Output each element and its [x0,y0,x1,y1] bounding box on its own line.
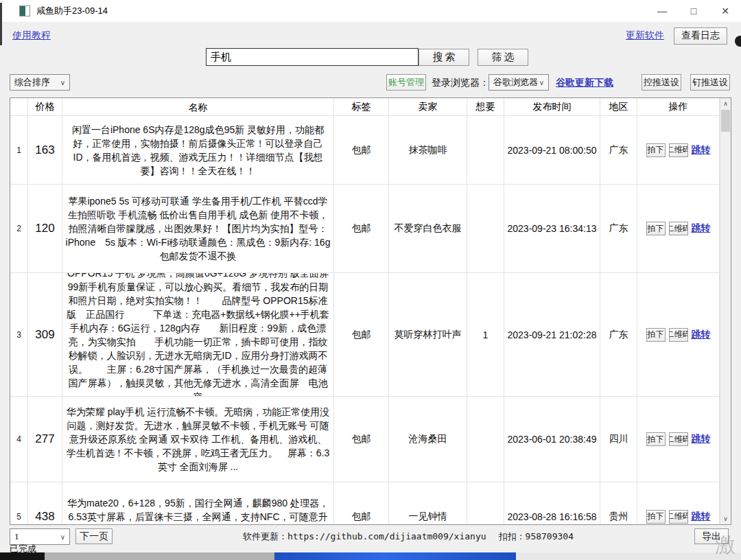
push-setting-button-2[interactable]: 钉推送设 [690,74,730,91]
buy-button[interactable]: 拍下 [646,328,666,342]
buy-button[interactable]: 拍下 [646,143,666,157]
qrcode-button[interactable]: 二维码 [669,328,688,342]
name-cell: 华为荣耀 play手机 运行流畅不卡顿。无暗病，功能正常使用没问题，测好发货。无… [62,397,334,482]
price-cell: 163 [28,116,62,184]
scroll-down-icon[interactable]: ∨ [720,513,731,524]
export-button[interactable]: 导出 [694,528,729,544]
action-cell: 拍下 二维码 跳转 [637,397,720,482]
table-row: 4 277 华为荣耀 play手机 运行流畅不卡顿。无暗病，功能正常使用没问题，… [10,397,720,482]
scroll-up-icon[interactable]: ∧ [720,98,731,109]
chevron-down-icon: ∨ [60,79,65,86]
region-cell: 广东 [600,116,637,184]
software-update-text: 软件更新：https://github.com/dijiaatm009/xian… [243,531,486,541]
jump-link[interactable]: 跳转 [692,511,711,523]
price-cell: 438 [28,482,62,524]
links-row: 使用教程 更新软件 查看日志 [12,26,727,45]
qrcode-button[interactable]: 二维码 [669,510,688,524]
action-cell: 拍下 二维码 跳转 [637,273,720,396]
header-tag: 标签 [334,98,389,115]
search-button[interactable]: 搜索 [419,49,469,66]
jump-link[interactable]: 跳转 [692,222,711,235]
seller-cell: 莫听穿林打叶声 [389,273,467,396]
tag-cell: 包邮 [334,482,389,524]
price-cell: 309 [28,273,62,396]
header-name: 名称 [62,98,334,115]
action-cell: 拍下 二维码 跳转 [637,185,720,272]
region-cell: 四川 [600,397,637,482]
seller-cell: 沧海桑田 [389,397,467,482]
seller-cell: 一见钟情 [389,482,467,524]
app-icon [19,5,30,16]
time-cell: 2023-09-21 21:02:28 [504,273,600,396]
name-cell: OPPOR15 手机 梦境黑，高颜值6G+128G 梦境特别 版全面屏 99新手… [62,273,334,396]
table-row: 5 438 华为mate20，6+128，95新，国行全网通，麒麟980 处理器… [10,482,720,524]
want-cell [467,397,504,482]
account-manage-button[interactable]: 账号管理 [386,74,426,91]
buy-button[interactable]: 拍下 [646,510,666,524]
time-cell: 2023-06-01 20:38:49 [504,397,600,482]
time-cell: 2023-09-21 08:00:50 [504,116,600,184]
tutorial-link[interactable]: 使用教程 [12,30,51,42]
want-cell: 1 [467,273,504,396]
buy-button[interactable]: 拍下 [646,222,666,235]
table-row: 2 120 苹果ipone5 5s 可移动可联通 学生备用手机/工作机 平替cc… [10,185,720,273]
taskbar-segment-gray [45,552,274,560]
qrcode-button[interactable]: 二维码 [669,143,688,157]
qrcode-button[interactable]: 二维码 [669,222,688,235]
tag-cell: 包邮 [334,116,389,184]
browser-label: 登录浏览器： [432,77,489,89]
qrcode-button[interactable]: 二维码 [669,432,688,446]
row-index: 5 [10,482,28,524]
sort-select-value: 综合排序 [14,76,50,89]
time-cell: 2023-09-23 16:34:13 [504,185,600,272]
name-cell: 华为mate20，6+128，95新，国行全网通，麒麟980 处理器，6.53英… [62,482,334,524]
header-index [10,98,28,115]
results-grid: 价格 名称 标签 卖家 想要 发布时间 地区 操作 1 163 闲置一台iPho… [10,98,720,524]
vertical-scrollbar[interactable]: ∧ ∨ [720,98,731,524]
page-select-value: 1 [14,531,19,542]
tag-cell: 包邮 [334,273,389,396]
want-cell [467,482,504,524]
results-table: 价格 名称 标签 卖家 想要 发布时间 地区 操作 1 163 闲置一台iPho… [10,97,731,525]
header-time: 发布时间 [504,98,600,115]
scrollbar-thumb[interactable] [721,110,730,132]
table-header-row: 价格 名称 标签 卖家 想要 发布时间 地区 操作 [10,98,720,116]
next-page-button[interactable]: 下一页 [75,528,113,544]
qq-text: 扣扣：958709304 [499,531,574,541]
toolbar-row: 综合排序 ∨ 账号管理 登录浏览器： 谷歌浏览器 ∨ 谷歌更新下载 控推送设 钉… [0,74,741,92]
browser-select[interactable]: 谷歌浏览器 ∨ [489,74,549,91]
price-cell: 277 [28,397,62,482]
view-log-button[interactable]: 查看日志 [674,27,727,45]
search-row: 搜索 筛选 [0,48,741,67]
action-cell: 拍下 二维码 跳转 [637,116,720,184]
close-button[interactable]: ✕ [709,0,741,22]
chrome-download-link[interactable]: 谷歌更新下载 [556,77,613,89]
row-index: 2 [10,185,28,272]
header-seller: 卖家 [389,98,467,115]
jump-link[interactable]: 跳转 [692,144,711,156]
region-cell: 广东 [600,185,637,272]
links-right-group: 更新软件 查看日志 [626,27,727,45]
want-cell [467,185,504,272]
update-software-link[interactable]: 更新软件 [626,30,664,42]
filter-button[interactable]: 筛选 [478,49,528,66]
buy-button[interactable]: 拍下 [646,432,666,446]
taskbar-segment-dark [0,552,45,560]
sort-select[interactable]: 综合排序 ∨ [10,74,70,91]
tag-cell: 包邮 [334,397,389,482]
row-index: 4 [10,397,28,482]
search-input[interactable] [206,48,419,66]
price-cell: 120 [28,185,62,272]
name-cell: 闲置一台iPhone 6S内存是128g成色95新 灵敏好用，功能都好，正常使用… [62,116,334,184]
seller-cell: 不爱穿白色衣服 [389,185,467,272]
region-cell: 广东 [600,273,637,396]
maximize-button[interactable]: □ [678,0,709,22]
name-cell: 苹果ipone5 5s 可移动可联通 学生备用手机/工作机 平替ccd学生拍照听… [62,185,334,272]
minimize-button[interactable]: — [646,0,678,22]
jump-link[interactable]: 跳转 [692,329,711,341]
push-setting-button-1[interactable]: 控推送设 [642,74,681,91]
chevron-down-icon: ∨ [60,533,65,541]
jump-link[interactable]: 跳转 [692,433,711,445]
action-cell: 拍下 二维码 跳转 [637,482,720,524]
window-controls: — □ ✕ [646,0,741,22]
